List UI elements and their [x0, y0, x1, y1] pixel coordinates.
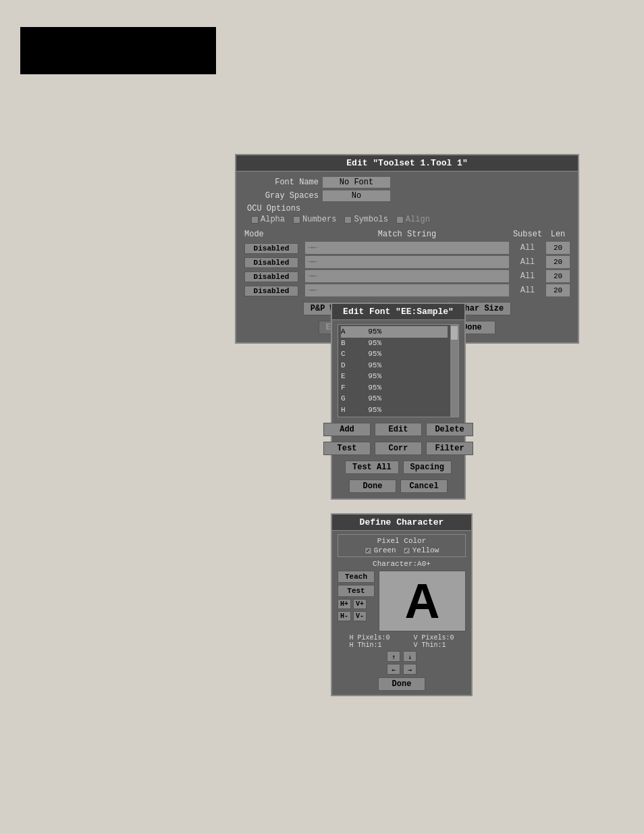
arrow-row-1: ↑ ↓: [332, 651, 471, 662]
match-field-3: →←: [305, 284, 509, 296]
hminus-btn[interactable]: H-: [338, 611, 351, 621]
ocv-numbers[interactable]: Numbers: [293, 215, 336, 224]
vpixels-label: V Pixels:0: [413, 634, 454, 642]
mode-btn-2[interactable]: Disabled: [244, 271, 298, 282]
subset-1: All: [509, 257, 546, 267]
edit-btn[interactable]: Edit: [375, 423, 422, 436]
match-field-1: →←: [305, 256, 509, 268]
green-checkbox[interactable]: ✓: [365, 547, 372, 554]
ocv-symbols[interactable]: Symbols: [344, 215, 387, 224]
subset-2: All: [509, 271, 546, 281]
delete-btn[interactable]: Delete: [426, 423, 473, 436]
yellow-checkbox[interactable]: ✓: [403, 547, 410, 554]
green-label: Green: [374, 546, 396, 554]
len-1: 20: [546, 256, 570, 268]
ocv-alpha[interactable]: Alpha: [251, 215, 285, 224]
test-char-btn[interactable]: Test: [338, 585, 375, 597]
font-list-area: A 95% B 95% C 95% D 95% E 95% F 95%: [338, 324, 459, 417]
subset-3: All: [509, 286, 546, 295]
font-list-item[interactable]: A 95%: [341, 326, 448, 338]
font-list-item[interactable]: H 95%: [341, 405, 448, 416]
mode-btn-3[interactable]: Disabled: [244, 286, 298, 296]
char-display-box: A: [379, 571, 466, 631]
yellow-check-item[interactable]: ✓ Yellow: [403, 546, 439, 554]
match-field-2: →←: [305, 270, 509, 282]
len-2: 20: [546, 270, 570, 282]
font-pct-A: 95%: [354, 326, 381, 338]
character-label: Character:A0+: [332, 560, 471, 568]
green-check-item[interactable]: ✓ Green: [365, 546, 396, 554]
font-list-item[interactable]: C 95%: [341, 348, 448, 360]
alpha-checkbox[interactable]: [251, 216, 259, 224]
font-char-A: A: [341, 326, 350, 338]
done-btn-3[interactable]: Done: [378, 677, 425, 691]
dialog1-title: Edit "Toolset 1.Tool 1": [236, 155, 578, 172]
arrow-row-2: ← →: [332, 664, 471, 675]
dialog-define-character: Define Character Pixel Color ✓ Green ✓ Y…: [331, 513, 473, 696]
th-len: Len: [546, 230, 570, 239]
symbols-checkbox[interactable]: [344, 216, 352, 224]
dialog-edit-font: Edit Font "EE:Sample" A 95% B 95% C 95% …: [331, 303, 466, 500]
table-header: Mode Match String Subset Len: [244, 228, 570, 240]
font-list-scrollbar[interactable]: [450, 325, 458, 417]
match-field-0: →←: [305, 242, 509, 254]
cancel-btn[interactable]: Cancel: [400, 479, 448, 493]
char-display-area: Teach Test H+ V+ H- V- A: [338, 571, 466, 631]
font-name-value: No Font: [323, 177, 390, 188]
yellow-label: Yellow: [412, 546, 439, 554]
align-checkbox[interactable]: [396, 216, 404, 224]
spacing-btn[interactable]: Spacing: [403, 461, 452, 474]
len-0: 20: [546, 242, 570, 254]
ocv-label: OCU Options: [247, 204, 570, 213]
filter-btn[interactable]: Filter: [426, 442, 473, 455]
font-list-item[interactable]: F 95%: [341, 382, 448, 394]
vminus-btn[interactable]: V-: [353, 611, 367, 621]
add-btn[interactable]: Add: [323, 423, 371, 436]
font-list-item[interactable]: G 95%: [341, 393, 448, 405]
dialog3-done-row: Done: [332, 677, 471, 691]
mode-btn-1[interactable]: Disabled: [244, 257, 298, 268]
arrow-left-btn[interactable]: ←: [387, 664, 400, 675]
align-label: Align: [406, 215, 430, 224]
arrow-up-btn[interactable]: ↑: [387, 651, 400, 662]
table-row: Disabled →← All 20: [244, 256, 570, 268]
font-list-item[interactable]: D 95%: [341, 360, 448, 371]
table-row: Disabled →← All 20: [244, 284, 570, 296]
scroll-thumb: [451, 326, 458, 340]
th-mode: Mode: [244, 230, 305, 239]
len-3: 20: [546, 284, 570, 296]
pixel-info-row: H Pixels:0 H Thin:1 V Pixels:0 V Thin:1: [338, 634, 466, 649]
test-all-btn[interactable]: Test All: [345, 461, 399, 474]
vplus-btn[interactable]: V+: [353, 599, 367, 609]
numbers-checkbox[interactable]: [293, 216, 300, 224]
pixel-color-label: Pixel Color: [342, 537, 461, 545]
d2-btn-row3: Test All Spacing: [336, 461, 460, 474]
hthin-label: H Thin:1: [349, 642, 390, 649]
arrow-right-btn[interactable]: →: [403, 664, 417, 675]
teach-btn[interactable]: Teach: [338, 571, 375, 583]
mode-btn-0[interactable]: Disabled: [244, 243, 298, 254]
font-list-item[interactable]: E 95%: [341, 371, 448, 382]
corr-btn[interactable]: Corr: [375, 442, 422, 455]
font-list-item[interactable]: B 95%: [341, 338, 448, 349]
char-side-buttons: Teach Test H+ V+ H- V-: [338, 571, 375, 631]
dialog2-buttons: Add Edit Delete Test Corr Filter Test Al…: [332, 423, 464, 498]
gray-spaces-label: Gray Spaces: [244, 191, 319, 201]
subset-0: All: [509, 243, 546, 253]
hpixels-label: H Pixels:0: [349, 634, 390, 642]
pixel-color-group: Pixel Color ✓ Green ✓ Yellow: [338, 534, 466, 557]
gray-spaces-value: No: [323, 190, 390, 201]
dialog3-title: Define Character: [332, 515, 471, 531]
numbers-label: Numbers: [302, 215, 336, 224]
test-btn[interactable]: Test: [323, 442, 371, 455]
hplus-btn[interactable]: H+: [338, 599, 351, 609]
th-subset: Subset: [509, 230, 546, 239]
th-match: Match String: [305, 230, 509, 239]
d2-btn-row1: Add Edit Delete: [336, 423, 460, 436]
arrow-down-btn[interactable]: ↓: [403, 651, 417, 662]
done-btn-2[interactable]: Done: [349, 479, 396, 493]
table-row: Disabled →← All 20: [244, 242, 570, 254]
ocv-align[interactable]: Align: [396, 215, 430, 224]
char-letter: A: [405, 573, 440, 629]
top-bar: [20, 27, 216, 74]
